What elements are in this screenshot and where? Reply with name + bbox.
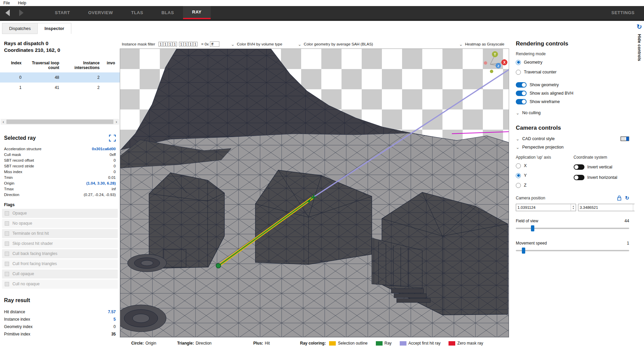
table-row[interactable]: 0 48 2 bbox=[0, 72, 120, 83]
radio-icon[interactable] bbox=[516, 183, 521, 188]
menu-file[interactable]: File bbox=[3, 1, 10, 5]
mask-bit[interactable]: 1 bbox=[158, 42, 163, 46]
mask-bit[interactable]: 1 bbox=[188, 42, 193, 46]
toggle-show-bvh[interactable]: Show axis aligned BVH bbox=[516, 89, 629, 97]
viewport-column: Instance mask filter 1 1 1 1 1 1 1 1 = 0… bbox=[120, 21, 509, 355]
color-geometry-dropdown[interactable]: ⌄ Color geometry by average SAH (BLAS) bbox=[298, 42, 373, 46]
toggle-icon[interactable] bbox=[574, 175, 584, 180]
checkbox-icon bbox=[5, 231, 9, 236]
axis-gizmo[interactable]: Y Z X bbox=[484, 51, 507, 73]
scroll-right-icon[interactable]: › bbox=[114, 119, 119, 125]
camera-position-label: Camera position bbox=[516, 196, 545, 200]
reset-camera-icon[interactable]: ↻ bbox=[625, 195, 629, 201]
radio-icon[interactable] bbox=[516, 173, 521, 178]
toggle-icon[interactable] bbox=[516, 99, 527, 104]
focus-selection-icon[interactable] bbox=[109, 135, 116, 141]
rays-table: Index Traversal loop count Instance inte… bbox=[0, 60, 120, 93]
ray-color-legend: Selection outline Ray Accept first hit r… bbox=[329, 341, 483, 346]
refresh-icon[interactable]: ↻ bbox=[637, 23, 642, 31]
mask-bit[interactable]: 1 bbox=[184, 42, 188, 46]
fov-slider[interactable] bbox=[516, 225, 629, 231]
back-arrow-icon[interactable] bbox=[5, 9, 10, 16]
slider-track[interactable] bbox=[516, 250, 629, 251]
field-label: Direction bbox=[4, 192, 19, 198]
axis-z-label: Z bbox=[497, 64, 499, 68]
culling-dropdown[interactable]: ⌄ No culling bbox=[516, 110, 629, 115]
menu-help[interactable]: Help bbox=[18, 1, 26, 5]
field-label: Geometry index bbox=[4, 324, 33, 329]
flag-row: Opaque bbox=[2, 209, 118, 218]
nav-tab-overview[interactable]: OVERVIEW bbox=[79, 6, 122, 19]
3d-viewport[interactable]: Y Z X bbox=[120, 49, 509, 337]
toggle-show-wireframe[interactable]: Show wireframe bbox=[516, 97, 629, 106]
field-value[interactable]: 5 bbox=[113, 317, 116, 322]
radio-geometry[interactable]: Geometry bbox=[516, 59, 629, 66]
chevron-down-icon: ⌄ bbox=[459, 42, 463, 46]
nav-tab-tlas[interactable]: TLAS bbox=[122, 6, 152, 19]
chevron-down-icon: ⌄ bbox=[298, 42, 301, 46]
flag-row: Cull no opaque bbox=[2, 280, 118, 289]
nav-settings[interactable]: SETTINGS bbox=[602, 6, 644, 19]
lock-icon[interactable] bbox=[617, 195, 621, 201]
camera-x-field[interactable]: ▲▼ bbox=[516, 204, 576, 211]
hide-controls-label[interactable]: Hide controls bbox=[637, 34, 642, 61]
mask-bit[interactable]: 1 bbox=[173, 42, 177, 46]
slider-handle[interactable] bbox=[522, 248, 525, 254]
toggle-invert-horizontal[interactable]: Invert horizontal bbox=[574, 173, 630, 182]
camera-y-field[interactable]: ▲▼ bbox=[578, 204, 638, 211]
toggle-icon[interactable] bbox=[516, 82, 527, 88]
toggle-show-geometry[interactable]: Show geometry bbox=[516, 80, 629, 89]
toggle-icon[interactable] bbox=[516, 91, 527, 96]
toggle-label: Invert horizontal bbox=[587, 175, 617, 180]
radio-icon[interactable] bbox=[516, 70, 521, 75]
toggle-label: Show wireframe bbox=[530, 99, 560, 104]
ray-result-fields: Hit distance7.57 Instance index5 Geometr… bbox=[0, 308, 120, 338]
lathe-object-upper bbox=[128, 254, 167, 272]
scrollbar-thumb[interactable] bbox=[6, 120, 113, 124]
radio-icon[interactable] bbox=[516, 163, 521, 168]
scroll-left-icon[interactable]: ‹ bbox=[1, 119, 6, 125]
slider-handle[interactable] bbox=[531, 225, 534, 231]
spinner-icon[interactable]: ▲▼ bbox=[571, 204, 576, 211]
cad-control-style-dropdown[interactable]: ⌄ CAD control style bbox=[516, 136, 629, 141]
radio-up-x[interactable]: X bbox=[516, 162, 572, 169]
radio-icon[interactable] bbox=[516, 60, 521, 65]
toggle-icon[interactable] bbox=[574, 164, 584, 170]
radio-up-y[interactable]: Y bbox=[516, 172, 572, 179]
mask-bit[interactable]: 1 bbox=[163, 42, 168, 46]
heatmap-dropdown[interactable]: ⌄ Heatmap as Grayscale bbox=[459, 42, 504, 46]
hide-controls-strip[interactable]: ↻ Hide controls bbox=[635, 21, 644, 355]
horizontal-scrollbar[interactable]: ‹ › bbox=[1, 119, 119, 125]
keyboard-icon[interactable] bbox=[620, 136, 629, 141]
up-axis-group: Application 'up' axis X Y Z bbox=[516, 155, 572, 189]
radio-up-z[interactable]: Z bbox=[516, 182, 572, 189]
nav-tab-ray[interactable]: RAY bbox=[183, 6, 211, 19]
forward-arrow-icon[interactable] bbox=[19, 9, 24, 16]
tab-inspector[interactable]: Inspector bbox=[37, 23, 71, 34]
tab-dispatches[interactable]: Dispatches bbox=[2, 23, 38, 34]
field-value[interactable]: 0x301ca6d00 bbox=[92, 146, 116, 152]
table-row[interactable]: 1 41 2 bbox=[0, 83, 120, 93]
mask-bit[interactable]: 1 bbox=[193, 42, 198, 46]
radio-traversal-counter[interactable]: Traversal counter bbox=[516, 68, 629, 76]
projection-dropdown[interactable]: ⌄ Perspective projection bbox=[516, 145, 629, 150]
camera-y-input[interactable] bbox=[578, 204, 633, 211]
field-value: 0.01 bbox=[108, 175, 116, 181]
color-bvh-dropdown[interactable]: ⌄ Color BVH by volume type bbox=[231, 42, 282, 46]
mask-hex-input[interactable] bbox=[210, 41, 219, 47]
camera-position-inputs: ▲▼ ▲▼ ▲▼ bbox=[516, 204, 629, 211]
nav-tab-blas[interactable]: BLAS bbox=[152, 6, 183, 19]
mask-bit[interactable]: 1 bbox=[179, 42, 183, 46]
toggle-invert-vertical[interactable]: Invert vertical bbox=[574, 163, 630, 171]
instance-mask-filter-label: Instance mask filter bbox=[122, 42, 155, 46]
col-invocations-truncated: invo bbox=[102, 60, 118, 72]
axis-y-label: Y bbox=[494, 53, 496, 56]
selected-ray-section: Selected ray bbox=[4, 135, 116, 141]
flags-list: Opaque No opaque Terminate on first hit … bbox=[0, 209, 120, 289]
movement-speed-slider[interactable] bbox=[516, 248, 629, 254]
camera-x-input[interactable] bbox=[516, 204, 571, 211]
mask-bit-group: 1 1 1 1 bbox=[158, 42, 177, 46]
nav-tab-start[interactable]: START bbox=[46, 6, 79, 19]
mask-bit[interactable]: 1 bbox=[168, 42, 172, 46]
legend-zero-mask: Zero mask ray bbox=[449, 341, 483, 346]
